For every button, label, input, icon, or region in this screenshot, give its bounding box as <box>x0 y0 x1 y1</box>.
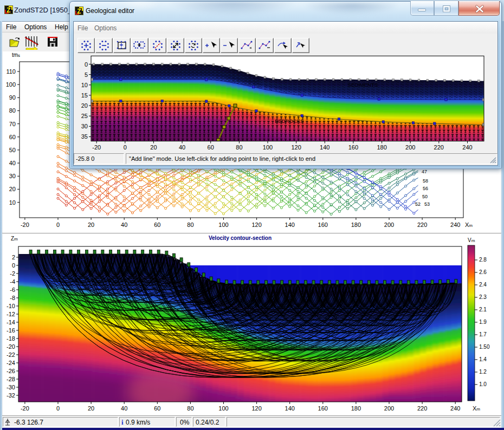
svg-text:-28: -28 <box>7 376 15 382</box>
svg-text:Vm: Vm <box>468 237 475 243</box>
svg-text:70: 70 <box>9 121 16 127</box>
svg-text:50: 50 <box>422 194 428 199</box>
svg-text:10: 10 <box>9 199 16 206</box>
svg-text:20: 20 <box>81 102 88 109</box>
svg-text:240: 240 <box>462 144 472 151</box>
svg-text:160: 160 <box>318 221 328 228</box>
svg-text:80: 80 <box>9 107 16 114</box>
svg-text:2.8: 2.8 <box>479 257 487 263</box>
svg-text:240: 240 <box>450 221 460 228</box>
svg-text:220: 220 <box>434 144 444 151</box>
svg-text:60: 60 <box>9 134 16 140</box>
svg-text:-18: -18 <box>7 335 15 342</box>
svg-text:140: 140 <box>285 405 295 412</box>
svg-text:0: 0 <box>12 262 15 269</box>
svg-text:60: 60 <box>154 221 160 228</box>
svg-text:120: 120 <box>291 144 301 151</box>
svg-text:-32: -32 <box>7 392 15 399</box>
svg-text:100: 100 <box>218 221 228 228</box>
svg-text:25: 25 <box>81 113 88 119</box>
svg-text:-30: -30 <box>7 384 15 390</box>
svg-text:-4: -4 <box>10 278 15 285</box>
svg-text:30: 30 <box>81 123 88 129</box>
svg-text:80: 80 <box>236 144 242 151</box>
svg-text:80: 80 <box>187 405 193 412</box>
svg-text:100: 100 <box>6 81 16 88</box>
svg-text:60: 60 <box>208 144 214 151</box>
svg-text:240: 240 <box>450 405 460 412</box>
svg-text:-6: -6 <box>10 286 15 293</box>
svg-text:160: 160 <box>348 144 358 151</box>
svg-text:53: 53 <box>424 201 430 207</box>
svg-text:1.50: 1.50 <box>479 344 490 350</box>
svg-text:-20: -20 <box>21 405 29 412</box>
svg-text:100: 100 <box>218 405 228 412</box>
svg-text:Xm: Xm <box>465 221 473 228</box>
svg-text:35: 35 <box>81 133 88 140</box>
svg-text:0: 0 <box>56 221 60 228</box>
svg-text:-20: -20 <box>21 221 29 228</box>
svg-text:200: 200 <box>384 221 394 228</box>
svg-text:2.1: 2.1 <box>479 307 487 312</box>
svg-text:47: 47 <box>422 169 427 174</box>
svg-text:10: 10 <box>81 82 88 88</box>
svg-text:-26: -26 <box>7 368 15 374</box>
svg-text:58: 58 <box>423 178 428 184</box>
svg-text:20: 20 <box>88 221 94 228</box>
svg-text:56: 56 <box>423 186 428 191</box>
svg-text:2.4: 2.4 <box>479 282 487 288</box>
svg-text:-12: -12 <box>7 311 15 317</box>
svg-text:40: 40 <box>121 405 127 412</box>
svg-text:2: 2 <box>12 254 15 260</box>
svg-text:1.0: 1.0 <box>479 381 487 387</box>
svg-text:-8: -8 <box>10 295 15 301</box>
svg-text:SEDIMENTS: SEDIMENTS <box>347 82 377 88</box>
svg-text:15: 15 <box>81 92 88 99</box>
svg-text:40: 40 <box>9 160 16 166</box>
svg-text:Xm: Xm <box>473 405 480 412</box>
svg-text:Velocity contour-section: Velocity contour-section <box>209 235 272 241</box>
svg-text:tms: tms <box>12 52 20 58</box>
svg-text:20: 20 <box>150 144 157 151</box>
svg-text:160: 160 <box>318 405 328 412</box>
svg-text:180: 180 <box>351 405 361 412</box>
svg-text:90: 90 <box>9 94 16 101</box>
svg-text:120: 120 <box>251 405 261 412</box>
svg-text:140: 140 <box>285 221 295 228</box>
svg-text:-14: -14 <box>7 319 15 325</box>
svg-text:2.6: 2.6 <box>479 269 487 275</box>
svg-text:52: 52 <box>415 201 421 207</box>
svg-text:1.4: 1.4 <box>479 356 487 362</box>
svg-text:220: 220 <box>417 405 427 412</box>
svg-text:50: 50 <box>9 147 16 153</box>
svg-text:-22: -22 <box>7 351 15 358</box>
svg-text:120: 120 <box>251 221 261 228</box>
svg-text:-16: -16 <box>7 327 15 334</box>
svg-text:200: 200 <box>384 405 394 412</box>
svg-text:Z: Z <box>77 8 81 15</box>
svg-text:40: 40 <box>179 144 185 151</box>
svg-text:20: 20 <box>88 405 94 412</box>
svg-text:20: 20 <box>9 186 16 192</box>
svg-text:140: 140 <box>320 144 329 151</box>
svg-text:-20: -20 <box>7 343 15 350</box>
svg-text:1.7: 1.7 <box>479 331 487 337</box>
svg-text:80: 80 <box>187 221 193 228</box>
svg-text:200: 200 <box>405 144 415 151</box>
svg-text:180: 180 <box>377 144 386 151</box>
svg-text:-20: -20 <box>92 144 101 151</box>
svg-text:220: 220 <box>417 221 427 228</box>
svg-text:-10: -10 <box>7 303 15 309</box>
svg-text:0: 0 <box>124 144 127 151</box>
svg-text:180: 180 <box>351 221 361 228</box>
svg-text:-24: -24 <box>7 360 15 366</box>
svg-text:0: 0 <box>85 61 88 68</box>
svg-text:60: 60 <box>154 405 160 412</box>
svg-text:BEDROCKS: BEDROCKS <box>275 118 303 124</box>
svg-text:-2: -2 <box>10 270 15 277</box>
svg-text:Zm: Zm <box>11 236 18 242</box>
svg-text:1.2: 1.2 <box>479 369 487 375</box>
svg-text:30: 30 <box>9 173 16 179</box>
svg-text:5: 5 <box>85 71 88 78</box>
svg-text:2.3: 2.3 <box>479 294 487 300</box>
